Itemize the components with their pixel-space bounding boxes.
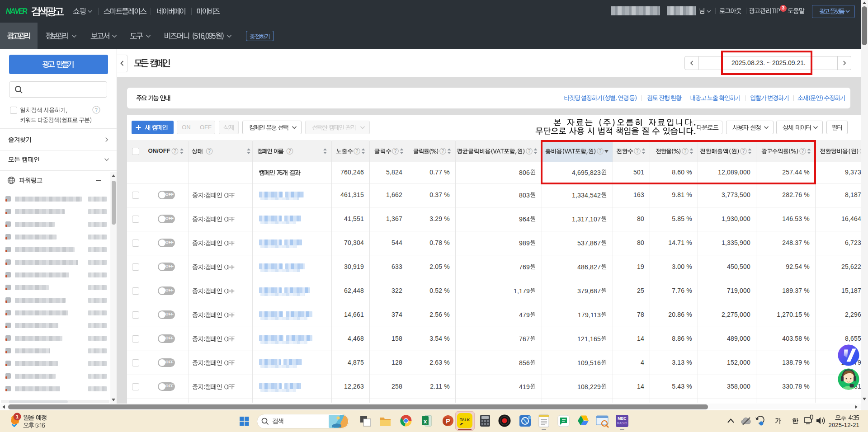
svg-text:?: ? [208, 149, 211, 154]
svg-text:1: 1 [16, 414, 19, 419]
svg-text:TALK: TALK [460, 418, 470, 422]
svg-text:?: ? [442, 149, 444, 154]
svg-text:P: P [446, 418, 450, 425]
svg-text:?: ? [95, 108, 98, 113]
svg-text:?: ? [528, 149, 531, 154]
svg-text:?: ? [288, 149, 291, 154]
svg-text:?: ? [394, 149, 397, 154]
svg-text:?: ? [174, 149, 176, 154]
svg-text:?: ? [356, 149, 359, 154]
svg-text:MBC: MBC [618, 416, 626, 421]
svg-text:x: x [424, 418, 427, 425]
svg-text:RADIO: RADIO [617, 422, 627, 425]
